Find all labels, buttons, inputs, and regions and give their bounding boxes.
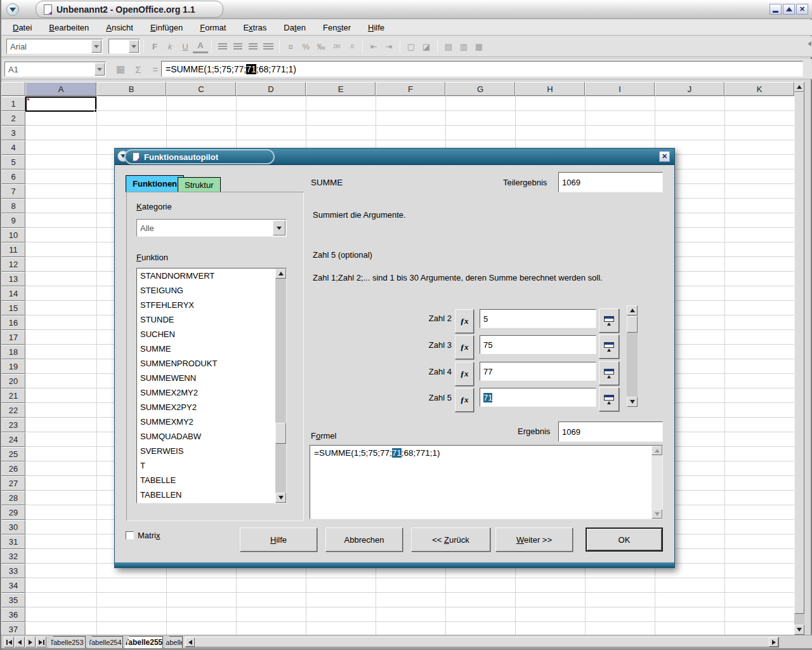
scroll-down-button[interactable] <box>652 509 662 519</box>
column-header-j[interactable]: J <box>655 82 724 96</box>
first-sheet-button[interactable] <box>4 637 14 647</box>
row-header[interactable]: 7 <box>1 184 25 199</box>
chevron-down-icon[interactable] <box>273 220 285 235</box>
close-button[interactable]: ✕ <box>796 4 808 15</box>
menu-ansicht[interactable]: Ansicht <box>100 22 140 34</box>
formel-textarea[interactable]: =SUMME(1;5;75;77;71;68;771;1) <box>310 445 663 519</box>
column-header-a[interactable]: A <box>25 82 96 96</box>
row-header[interactable]: 17 <box>1 330 25 345</box>
sheet-tab-tabelle253[interactable]: Tabelle253 <box>48 636 86 648</box>
row-header[interactable]: 22 <box>1 403 25 418</box>
row-header[interactable]: 4 <box>1 140 25 155</box>
background-color-icon[interactable]: ◪ <box>419 39 434 53</box>
function-list-item[interactable]: STEIGUNG <box>137 283 286 298</box>
function-list-scrollbar[interactable] <box>275 269 286 503</box>
scroll-thumb[interactable] <box>275 423 286 444</box>
function-list-item[interactable]: T <box>137 458 286 473</box>
function-list-item[interactable]: STFEHLERYX <box>137 298 286 312</box>
row-header[interactable]: 29 <box>1 505 25 520</box>
previous-sheet-button[interactable] <box>15 637 25 647</box>
function-list-item[interactable]: STUNDE <box>137 312 286 327</box>
scroll-left-button[interactable] <box>185 637 195 647</box>
align-justify-icon[interactable] <box>261 39 276 53</box>
font-color-icon[interactable]: A <box>193 39 208 53</box>
column-header-c[interactable]: C <box>166 82 236 96</box>
align-center-icon[interactable] <box>230 39 246 53</box>
column-header-g[interactable]: G <box>445 82 515 96</box>
currency-format-icon[interactable]: ¤ <box>283 39 298 53</box>
function-autopilot-icon[interactable]: ▦ <box>112 62 129 77</box>
scroll-thumb[interactable] <box>627 316 638 333</box>
font-size-combo[interactable] <box>108 39 140 54</box>
menu-extras[interactable]: Extras <box>237 22 273 34</box>
window-menu-button[interactable] <box>6 3 19 16</box>
font-name-combo[interactable]: Arial <box>6 39 103 54</box>
row-header[interactable]: 13 <box>1 272 25 286</box>
zahl5-fx-button[interactable]: ƒx <box>455 388 474 412</box>
percent-format-icon[interactable]: % <box>298 39 313 53</box>
chevron-down-icon[interactable] <box>95 63 105 76</box>
row-header[interactable]: 20 <box>1 374 25 388</box>
sum-icon[interactable]: Σ <box>130 62 147 77</box>
row-header[interactable]: 16 <box>1 315 25 330</box>
select-all-corner[interactable] <box>1 82 25 96</box>
function-list-item[interactable]: SUMMEX2PY2 <box>137 400 286 415</box>
scroll-right-button[interactable] <box>769 637 778 647</box>
tab-funktionen[interactable]: Funktionen <box>126 175 184 192</box>
formula-input[interactable]: =SUMME(1;5;75;77;71;68;771;1) <box>161 61 803 77</box>
zahl2-shrink-button[interactable] <box>599 308 619 333</box>
function-list-item[interactable]: SUMMEWENN <box>137 371 286 385</box>
matrix-checkbox[interactable] <box>126 531 134 540</box>
name-box[interactable]: A1 <box>4 62 106 77</box>
zahl4-shrink-button[interactable] <box>599 361 619 385</box>
row-header[interactable]: 32 <box>1 549 25 564</box>
chevron-down-icon[interactable] <box>91 40 102 53</box>
scroll-up-button[interactable] <box>794 82 804 92</box>
menu-bearbeiten[interactable]: Bearbeiten <box>43 22 95 34</box>
ok-button[interactable]: OK <box>586 527 663 552</box>
zahl4-fx-button[interactable]: ƒx <box>455 362 474 386</box>
hilfe-button[interactable]: Hilfe <box>240 527 317 552</box>
merge-cells-icon[interactable]: ▤ <box>441 39 456 53</box>
row-header[interactable]: 21 <box>1 388 25 403</box>
row-header[interactable]: 27 <box>1 476 25 491</box>
row-header[interactable]: 5 <box>1 155 25 169</box>
row-header[interactable]: 31 <box>1 534 25 549</box>
menu-hilfe[interactable]: Hilfe <box>362 22 391 34</box>
dialog-titlebar[interactable]: Funktionsautopilot ✕ <box>115 149 674 165</box>
row-header[interactable]: 18 <box>1 345 25 359</box>
zahl3-shrink-button[interactable] <box>599 335 619 359</box>
next-sheet-button[interactable] <box>25 637 36 647</box>
weiter-button[interactable]: Weiter >> <box>495 527 573 552</box>
matrix-label[interactable]: Matrix <box>138 531 160 540</box>
row-header[interactable]: 34 <box>1 578 25 593</box>
row-header[interactable]: 2 <box>1 111 25 126</box>
horizontal-scrollbar[interactable] <box>185 637 779 647</box>
sheet-tab-tabelle255[interactable]: Tabelle255 <box>124 636 163 648</box>
zahl4-input[interactable]: 77 <box>480 362 596 381</box>
menu-daten[interactable]: Daten <box>277 22 312 34</box>
function-list-item[interactable]: STANDNORMVERT <box>137 269 286 283</box>
scroll-up-button[interactable] <box>627 305 638 315</box>
decrease-indent-icon[interactable]: ⇤ <box>366 39 381 53</box>
function-list-item[interactable]: SUMMEXMY2 <box>137 415 286 429</box>
scroll-down-button[interactable] <box>627 397 638 407</box>
add-decimal-icon[interactable]: .00 <box>329 39 344 53</box>
zahl5-input[interactable]: 71 <box>480 388 596 407</box>
column-header-i[interactable]: I <box>585 82 655 96</box>
row-header[interactable]: 30 <box>1 520 25 534</box>
delete-decimal-icon[interactable]: .0 <box>344 39 359 53</box>
column-header-h[interactable]: H <box>515 82 585 96</box>
row-header[interactable]: 35 <box>1 593 25 607</box>
zahl2-input[interactable]: 5 <box>480 309 596 328</box>
row-header[interactable]: 19 <box>1 359 25 374</box>
vertical-scrollbar[interactable] <box>794 82 804 635</box>
row-header[interactable]: 12 <box>1 257 25 272</box>
maximize-button[interactable] <box>783 4 795 15</box>
function-list[interactable]: STANDNORMVERT STEIGUNG STFEHLERYX STUNDE… <box>136 268 287 503</box>
function-list-item[interactable]: SUMME <box>137 342 286 356</box>
menu-format[interactable]: Format <box>193 22 232 34</box>
row-header[interactable]: 28 <box>1 491 25 505</box>
abbrechen-button[interactable]: Abbrechen <box>325 527 403 552</box>
function-list-item[interactable]: SUMQUADABW <box>137 429 286 444</box>
